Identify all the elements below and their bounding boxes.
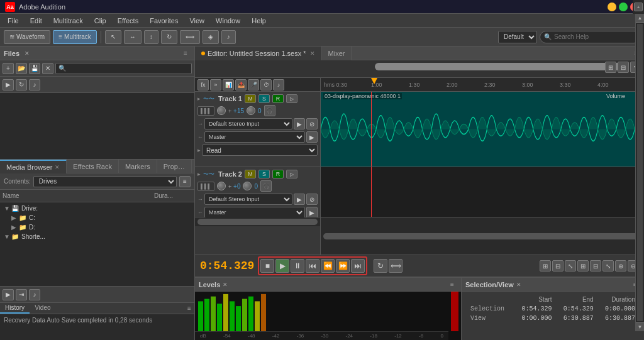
sel-start-view[interactable]: 0:00.000 [514,314,554,322]
loop-btn[interactable]: ↻ [374,259,387,273]
menu-window[interactable]: Window [211,16,245,26]
levels-menu-btn[interactable]: ≡ [447,280,457,290]
tool-btn-5[interactable]: ⟺ [180,30,200,44]
track-1-input-select[interactable]: Default Stereo Input [204,118,292,129]
track-2-waveform[interactable] [321,167,644,217]
zoom-btn-1[interactable]: ⊞ [605,62,616,73]
sel-end-view[interactable]: 6:30.887 [555,314,596,322]
go-end-btn[interactable]: ⏭ [351,259,365,273]
media-vol-btn[interactable]: ♪ [29,289,40,300]
fast-forward-btn[interactable]: ⏩ [336,259,350,273]
tool-btn-2[interactable]: ↔ [124,30,142,44]
stop-btn[interactable]: ■ [260,259,274,273]
files-open-btn[interactable]: 📂 [16,63,27,74]
track-2-input-select[interactable]: Default Stereo Input [204,194,292,205]
zoom-btn-f[interactable]: ⤡ [602,260,614,271]
track-2-output-select[interactable]: Master [204,207,305,218]
history-panel-menu-btn[interactable]: ≡ [184,303,194,313]
track-1-mute-btn[interactable]: M [245,94,256,103]
tc-btn-eq[interactable]: ≈ [210,79,221,90]
tab-effects-rack[interactable]: Effects Rack [67,160,119,173]
editor-tab-close[interactable]: ✕ [310,50,315,57]
minimize-button[interactable] [608,3,616,11]
files-search-input[interactable] [55,63,192,74]
waveform-scrollbar-h[interactable] [323,233,641,239]
menu-favorites[interactable]: Favorites [145,16,183,26]
sync-btn[interactable]: ⟺ [389,259,402,273]
menu-view[interactable]: View [184,16,209,26]
track-2-solo-btn[interactable]: S [258,170,270,178]
track-2-output-btn[interactable]: ▶ [306,207,318,218]
waveform-btn[interactable]: ≋ Waveform [4,30,50,44]
track-2-mute-btn[interactable]: M [245,170,256,178]
tab-prop[interactable]: Prop… [157,160,192,173]
track-1-output-select[interactable]: Master [204,131,305,143]
go-start-btn[interactable]: ⏮ [306,259,319,273]
files-loop-btn[interactable]: ↻ [16,79,27,90]
files-save-btn[interactable]: 💾 [29,63,40,74]
files-delete-btn[interactable]: ✕ [42,63,53,74]
contents-select[interactable]: Drives [33,176,177,187]
mixer-tab[interactable]: Mixer [322,47,352,60]
tc-btn-hms[interactable]: ⏱ [260,79,272,90]
tool-btn-7[interactable]: ♪ [221,30,236,44]
track-2-volume-level[interactable]: + +0 [228,183,240,190]
zoom-btn-g[interactable]: ⊕ [615,260,626,271]
zoom-btn-b[interactable]: ⊟ [552,260,564,271]
menu-edit[interactable]: Edit [25,16,47,26]
menu-multitrack[interactable]: Multitrack [48,16,88,26]
track-1-extra-btn[interactable]: ▷ [286,94,297,103]
tool-btn-3[interactable]: ↕ [144,30,158,44]
tree-item-d[interactable]: ▶ 📁 D: [1,222,193,232]
track-2-pan-level[interactable]: 0 [254,183,258,190]
track-scrollbar[interactable] [197,219,318,225]
rewind-btn[interactable]: ⏪ [321,259,335,273]
track-1-waveform[interactable]: 03-display-panoramic 48000 1 Volume [321,92,644,167]
tool-btn-1[interactable]: ↖ [105,30,121,44]
tc-btn-in[interactable]: 🎤 [248,79,259,90]
tree-item-c[interactable]: ▶ 📁 C: [1,213,193,222]
files-vol-btn[interactable]: ♪ [29,79,40,90]
track-1-input-btn[interactable]: ▶ [294,118,305,129]
play-btn[interactable]: ▶ [275,259,289,273]
tree-item-shortcuts[interactable]: ▼ 📁 Shorte... [1,232,193,241]
media-import-btn[interactable]: ⇥ [16,289,27,300]
track-2-extra-btn[interactable]: ▷ [286,170,297,178]
track-1-volume-knob[interactable] [217,106,226,115]
files-new-btn[interactable]: + [3,63,14,74]
track-1-expand[interactable]: ▸ [197,96,201,102]
menu-file[interactable]: File [3,16,24,26]
tab-media-browser[interactable]: Media Browser ✕ [0,160,67,173]
tab-media-browser-close[interactable]: ✕ [55,164,60,170]
zoom-btn-d[interactable]: ⊞ [577,260,589,271]
tab-video[interactable]: Video [30,303,55,314]
tc-btn-midi[interactable]: ♪ [273,79,284,90]
pause-btn[interactable]: ⏸ [291,259,304,273]
track-1-solo-btn[interactable]: S [258,94,270,103]
search-input[interactable] [554,33,630,40]
media-menu-btn[interactable]: ≡ [179,176,191,187]
menu-clip[interactable]: Clip [89,16,111,26]
menu-effects[interactable]: Effects [113,16,143,26]
zoom-btn-e[interactable]: ⊟ [590,260,601,271]
track-1-pan-level[interactable]: 0 [258,107,262,114]
tc-btn-meter[interactable]: 📊 [223,79,234,90]
multitrack-btn[interactable]: ≡ Multitrack [53,30,97,44]
track-1-mute-input-btn[interactable]: ⊘ [306,118,318,129]
track-2-expand[interactable]: ▸ [197,171,201,177]
scroll-thumb-v[interactable] [637,78,643,255]
media-play-btn[interactable]: ▶ [3,289,14,300]
track-1-record-btn[interactable]: R [272,94,284,103]
track-1-output-btn[interactable]: ▶ [306,131,318,143]
track-2-pan-knob[interactable] [243,182,252,190]
track-2-input-btn[interactable]: ▶ [294,194,305,205]
menu-help[interactable]: Help [247,16,271,26]
tree-item-drives[interactable]: ▼ 💾 Drive: [1,204,193,213]
tc-btn-fx[interactable]: fx [197,79,209,90]
track-1-volume-level[interactable]: + +15 [228,107,244,114]
maximize-button[interactable] [619,3,628,11]
track-2-record-btn[interactable]: R [272,170,284,178]
track-2-volume-knob[interactable] [217,182,226,190]
tool-btn-4[interactable]: ↻ [161,30,177,44]
files-play-btn[interactable]: ▶ [3,79,14,90]
